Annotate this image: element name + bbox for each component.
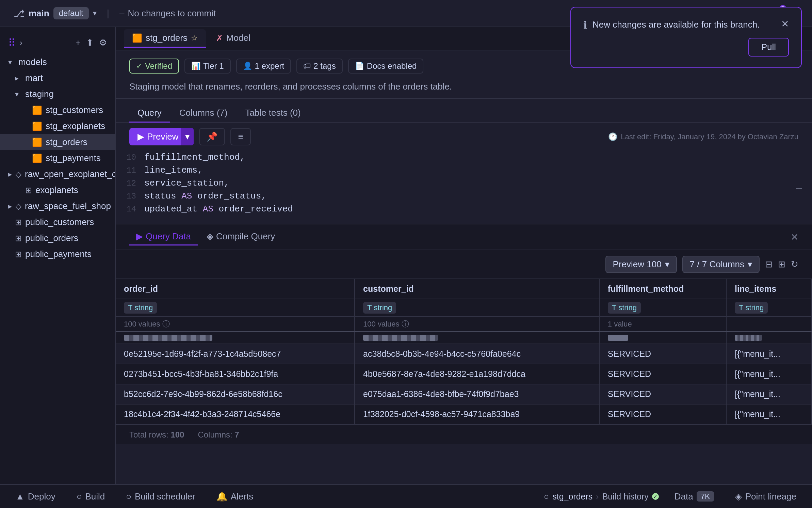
pin-button[interactable]: 📌: [199, 128, 225, 145]
query-panel-header: ▶ Query Data ◈ Compile Query ✕: [116, 224, 812, 250]
cell-customer-id: 1f382025-d0cf-4598-ac57-9471ca833ba9: [355, 404, 599, 424]
grid-icon: ⠿: [8, 37, 16, 49]
badge-docs[interactable]: 📄 Docs enabled: [348, 59, 424, 74]
sidebar-item-raw-space[interactable]: ▸ ◇ raw_space_fuel_shop: [0, 198, 115, 214]
notif-close-button[interactable]: ✕: [781, 18, 789, 30]
cell-fulfillment: SERVICED: [599, 344, 726, 364]
deploy-icon: ▲: [16, 491, 25, 502]
notif-message: New changes are available for this branc…: [592, 18, 776, 31]
col-bar-order-id: [116, 332, 355, 344]
tab-model[interactable]: ✗ Model: [208, 29, 259, 48]
col-bar-fulfillment: [599, 332, 726, 344]
build-scheduler-button[interactable]: ○ Build scheduler: [120, 489, 201, 505]
deploy-button[interactable]: ▲ Deploy: [10, 489, 61, 505]
tab-compile-query[interactable]: ◈ Compile Query: [200, 228, 282, 245]
model-icon: 🟧: [32, 106, 42, 115]
sidebar-item-public-customers[interactable]: ⊞ public_customers: [0, 214, 115, 230]
columns-dropdown[interactable]: 7 / 7 Columns ▾: [682, 256, 760, 273]
sidebar-item-stg-payments[interactable]: 🟧 stg_payments: [0, 150, 115, 166]
edit-info: 🕐 Last edit: Friday, January 19, 2024 by…: [608, 132, 798, 141]
sidebar-item-stg-customers[interactable]: 🟧 stg_customers: [0, 102, 115, 118]
list-button[interactable]: ≡: [230, 128, 250, 145]
cell-line-items: [{"menu_it...: [726, 404, 812, 424]
tab-columns[interactable]: Columns (7): [171, 104, 236, 123]
code-editor[interactable]: 10 fulfillment_method, 11 line_items, 12…: [116, 151, 812, 216]
cell-order-id: b52cc6d2-7e9c-4b99-862d-6e58b68fd16c: [116, 384, 355, 404]
badge-tier[interactable]: 📊 Tier 1: [184, 59, 230, 74]
table-row: 18c4b1c4-2f34-4f42-b3a3-248714c5466e 1f3…: [116, 404, 812, 424]
preview-button[interactable]: ▶ Preview ▾: [129, 128, 194, 145]
code-line: 10 fulfillment_method,: [123, 151, 805, 164]
tab-table-tests[interactable]: Table tests (0): [237, 104, 309, 123]
collapse-icon[interactable]: —: [796, 183, 802, 194]
code-text: line_items,: [144, 165, 203, 175]
tab-query-data[interactable]: ▶ Query Data: [129, 228, 198, 245]
build-history-label[interactable]: Build history: [602, 492, 649, 502]
badge-label: Verified: [145, 61, 172, 71]
bottom-right: ○ stg_orders › Build history ✓ Data 7K ◈…: [544, 489, 802, 505]
preview-100-label: Preview 100: [613, 259, 662, 270]
tab-query[interactable]: Query: [129, 104, 170, 123]
cell-customer-id: e075daa1-6386-4de8-bfbe-74f0f9d7bae3: [355, 384, 599, 404]
point-lineage-button[interactable]: ◈ Point lineage: [730, 489, 802, 505]
panel-close-button[interactable]: ✕: [791, 232, 798, 243]
layout-icon[interactable]: ⊞: [778, 259, 785, 270]
refresh-icon[interactable]: ↻: [791, 259, 798, 270]
preview-chevron-icon[interactable]: ▾: [181, 128, 194, 145]
sidebar-item-stg-orders[interactable]: 🟧 stg_orders: [0, 134, 115, 150]
pull-button[interactable]: Pull: [748, 38, 789, 57]
tab-stg-orders[interactable]: 🟧 stg_orders ☆: [124, 29, 206, 48]
sidebar-item-public-payments[interactable]: ⊞ public_payments: [0, 246, 115, 262]
play-icon: ▶: [137, 131, 144, 142]
settings-icon[interactable]: ⚙: [99, 37, 107, 48]
clock-icon: 🕐: [608, 132, 617, 141]
table-row: b52cc6d2-7e9c-4b99-862d-6e58b68fd16c e07…: [116, 384, 812, 404]
line-number: 10: [123, 153, 136, 162]
table-row: 0e52195e-1d69-4f2f-a773-1c4a5d508ec7 ac3…: [116, 344, 812, 364]
sidebar-item-staging[interactable]: ▾ staging: [0, 86, 115, 102]
expand-icon: ▾: [8, 58, 15, 67]
topbar-divider: |: [107, 8, 109, 19]
info-icon: ℹ: [583, 19, 587, 31]
sidebar: ⠿ › + ⬆ ⚙ ▾ models ▸ mart ▾ staging 🟧 st…: [0, 27, 116, 484]
sidebar-item-exoplanets[interactable]: ⊞ exoplanets: [0, 182, 115, 198]
sidebar-item-mart[interactable]: ▸ mart: [0, 70, 115, 86]
sidebar-actions: + ⬆ ⚙: [76, 37, 107, 48]
add-file-icon[interactable]: +: [76, 37, 81, 48]
line-number: 11: [123, 166, 136, 175]
build-label: Build: [85, 491, 105, 502]
preview-label: Preview: [147, 131, 178, 142]
code-toolbar: ▶ Preview ▾ 📌 ≡ 🕐 Last edit: Friday, Jan…: [116, 128, 812, 151]
sidebar-item-public-orders[interactable]: ⊞ public_orders: [0, 230, 115, 246]
badge-verified[interactable]: ✓ Verified: [129, 59, 179, 74]
star-icon[interactable]: ☆: [191, 34, 198, 43]
badge-expert[interactable]: 👤 1 expert: [236, 59, 291, 74]
deploy-label: Deploy: [28, 491, 55, 502]
expand-icon: ▸: [15, 74, 22, 83]
sidebar-chevron-icon: ›: [20, 38, 22, 48]
sidebar-item-raw-exoplanet[interactable]: ▸ ◇ raw_open_exoplanet_catalogue: [0, 166, 115, 182]
badge-tags[interactable]: 🏷 2 tags: [296, 59, 342, 74]
upload-icon[interactable]: ⬆: [86, 37, 94, 48]
source-icon: ◇: [15, 170, 21, 179]
columns-label: 7 / 7 Columns: [690, 259, 744, 270]
main-layout: ⠿ › + ⬆ ⚙ ▾ models ▸ mart ▾ staging 🟧 st…: [0, 27, 812, 484]
branch-icon: ⎇: [14, 8, 25, 19]
expand-icon: ▸: [8, 170, 12, 179]
alerts-button[interactable]: 🔔 Alerts: [211, 489, 259, 505]
preview-dropdown[interactable]: Preview 100 ▾: [605, 256, 677, 273]
code-text: updated_at AS order_received: [144, 204, 293, 214]
data-button[interactable]: Data 7K: [669, 489, 719, 505]
branch-selector[interactable]: ⎇ main default ▾: [14, 7, 97, 19]
chart-icon: 📊: [191, 62, 200, 70]
badge-label: 1 expert: [255, 61, 285, 71]
tab-error-icon: ✗: [216, 33, 223, 43]
build-button[interactable]: ○ Build: [71, 489, 111, 505]
line-number: 14: [123, 205, 136, 214]
breadcrumb-model-name[interactable]: stg_orders: [552, 492, 592, 502]
code-text: status AS order_status,: [144, 191, 266, 201]
sidebar-item-models[interactable]: ▾ models: [0, 54, 115, 70]
filter-icon[interactable]: ⊟: [765, 259, 773, 270]
check-icon: ✓: [136, 62, 142, 70]
sidebar-item-stg-exoplanets[interactable]: 🟧 stg_exoplanets: [0, 118, 115, 134]
